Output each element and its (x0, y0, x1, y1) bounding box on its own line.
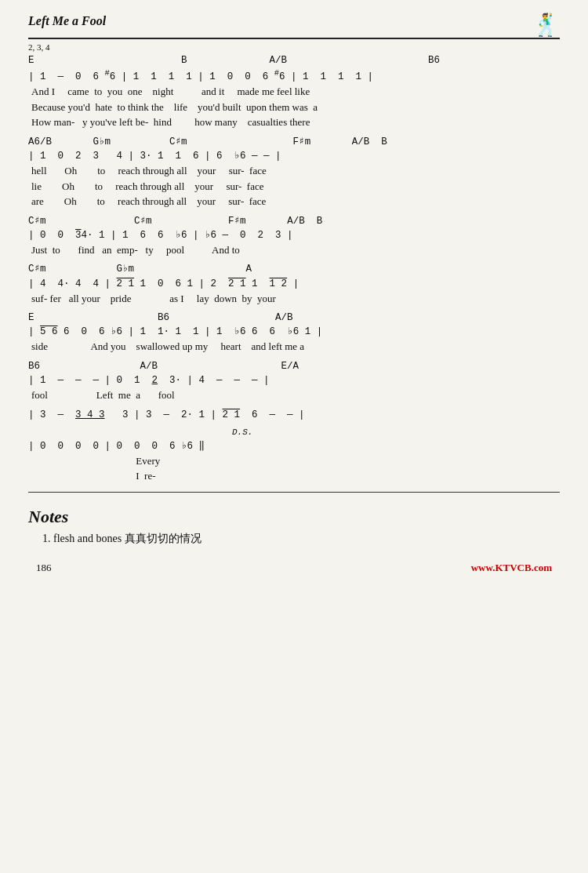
section6-chords: B6 A/B E/A (28, 359, 560, 373)
divider (28, 492, 560, 493)
section8-lyrics-2: I re- (28, 468, 560, 484)
section7-notes: | 3 — 3 4 3 3 | 3 — 2· 1 | 2 1 6 — — | (28, 408, 560, 422)
section4-lyrics-1: suf- fer all your pride as I lay down by… (28, 291, 560, 307)
section5-chords: E B6 A/B (28, 311, 560, 325)
section-6: B6 A/B E/A | 1 — — — | 0 1 2 3· | 4 — — … (28, 359, 560, 403)
section-1: E B A/B B6 | 1 — 0 6 #6 | 1 1 1 1 | 1 0 … (28, 53, 560, 130)
notation-area: 2, 3, 4 E B A/B B6 | 1 — 0 6 #6 | 1 1 1 … (28, 42, 560, 484)
section2-notes: | 1 0 2 3 4 | 3· 1 1 6 | 6 ♭6 — — | (28, 149, 560, 163)
repeat-mark: 2, 3, 4 (28, 42, 560, 52)
section-3: C♯m C♯m F♯m A/B B | 0 0 34· 1 | 1 6 6 ♭6… (28, 214, 560, 258)
song-title: Left Me a Fool (28, 14, 106, 28)
section2-lyrics-2: lie Oh to reach through all your sur- fa… (28, 179, 560, 195)
section6-lyrics-1: fool Left me a fool (28, 387, 560, 403)
section4-chords: C♯m G♭m A (28, 262, 560, 276)
page-number: 186 (36, 562, 52, 574)
page: Left Me a Fool 🕺 2, 3, 4 E B A/B B6 | 1 … (0, 0, 588, 873)
page-footer: 186 www.KTVCB.com (28, 562, 560, 574)
title-bar: Left Me a Fool 🕺 (28, 14, 560, 39)
section5-lyrics-1: side And you swallowed up my heart and l… (28, 339, 560, 355)
section3-notes: | 0 0 34· 1 | 1 6 6 ♭6 | ♭6 — 0 2 3 | (28, 228, 560, 242)
section8-lyrics-1: Every (28, 453, 560, 469)
notes-section: Notes 1. flesh and bones 真真切切的情况 (28, 507, 560, 546)
section2-lyrics-1: hell Oh to reach through all your sur- f… (28, 163, 560, 179)
section2-lyrics-3: are Oh to reach through all your sur- fa… (28, 194, 560, 209)
notes-heading: Notes (28, 507, 560, 527)
section-8: D.S. | 0 0 0 0 | 0 0 0 6 ♭6 ‖ Every I re… (28, 427, 560, 484)
watermark: www.KTVCB.com (471, 562, 552, 574)
section3-lyrics-1: Just to find an emp- ty pool And to (28, 242, 560, 258)
section-4: C♯m G♭m A | 4 4· 4 4 | 2 1 1 0 6 1 | 2 2… (28, 262, 560, 306)
section8-notes: | 0 0 0 0 | 0 0 0 6 ♭6 ‖ (28, 439, 560, 453)
section1-lyrics-1: And I came to you one night and it made … (28, 84, 560, 100)
notes-item-1: 1. flesh and bones 真真切切的情况 (42, 532, 560, 546)
section6-notes: | 1 — — — | 0 1 2 3· | 4 — — — | (28, 373, 560, 387)
section8-ds: D.S. (28, 427, 560, 439)
section2-chords: A6/B G♭m C♯m F♯m A/B B (28, 135, 560, 149)
section1-notes: | 1 — 0 6 #6 | 1 1 1 1 | 1 0 0 6 #6 | 1 … (28, 67, 560, 84)
section-7: | 3 — 3 4 3 3 | 3 — 2· 1 | 2 1 6 — — | (28, 408, 560, 422)
section4-notes: | 4 4· 4 4 | 2 1 1 0 6 1 | 2 2 1 1 1 2 | (28, 277, 560, 291)
section1-lyrics-2: Because you'd hate to think the life you… (28, 100, 560, 115)
section5-notes: | 5 6 6 0 6 ♭6 | 1 1· 1 1 | 1 ♭6 6 6 ♭6 … (28, 325, 560, 339)
section1-lyrics-3: How man- y you've left be- hind how many… (28, 115, 560, 130)
section3-chords: C♯m C♯m F♯m A/B B (28, 214, 560, 228)
section-2: A6/B G♭m C♯m F♯m A/B B | 1 0 2 3 4 | 3· … (28, 135, 560, 209)
dancer-icon: 🕺 (532, 14, 560, 36)
section-5: E B6 A/B | 5 6 6 0 6 ♭6 | 1 1· 1 1 | 1 ♭… (28, 311, 560, 355)
section1-chords: E B A/B B6 (28, 53, 560, 67)
